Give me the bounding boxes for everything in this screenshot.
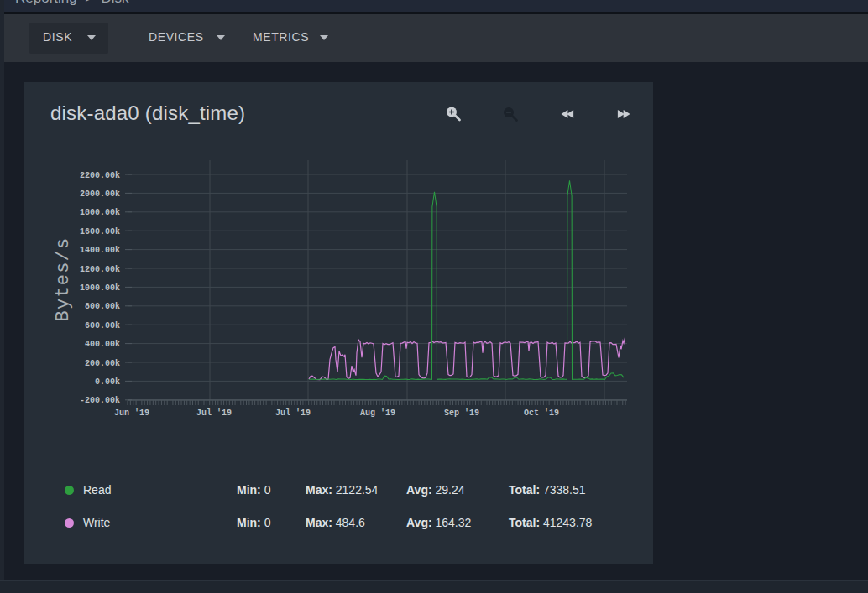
svg-text:1400.00k: 1400.00k	[80, 246, 120, 255]
svg-text:1000.00k: 1000.00k	[80, 283, 120, 293]
svg-text:Jul '19: Jul '19	[196, 408, 232, 418]
svg-text:0.00k: 0.00k	[95, 377, 120, 387]
svg-text:600.00k: 600.00k	[85, 321, 120, 330]
svg-text:Sep '19: Sep '19	[444, 408, 479, 418]
svg-text:200.00k: 200.00k	[85, 359, 120, 368]
svg-text:Jul '19: Jul '19	[275, 408, 311, 418]
svg-text:Bytes/s: Bytes/s	[53, 237, 74, 322]
svg-text:2200.00k: 2200.00k	[80, 171, 120, 180]
svg-text:Oct '19: Oct '19	[524, 408, 559, 418]
svg-text:-200.00k: -200.00k	[80, 396, 120, 405]
svg-text:800.00k: 800.00k	[85, 302, 120, 311]
svg-text:1200.00k: 1200.00k	[80, 265, 120, 274]
svg-text:2000.00k: 2000.00k	[80, 190, 120, 199]
svg-text:1600.00k: 1600.00k	[80, 227, 120, 237]
svg-text:400.00k: 400.00k	[85, 340, 120, 349]
svg-text:1800.00k: 1800.00k	[80, 208, 120, 217]
svg-text:Aug '19: Aug '19	[360, 408, 395, 418]
svg-text:Jun '19: Jun '19	[114, 408, 149, 418]
